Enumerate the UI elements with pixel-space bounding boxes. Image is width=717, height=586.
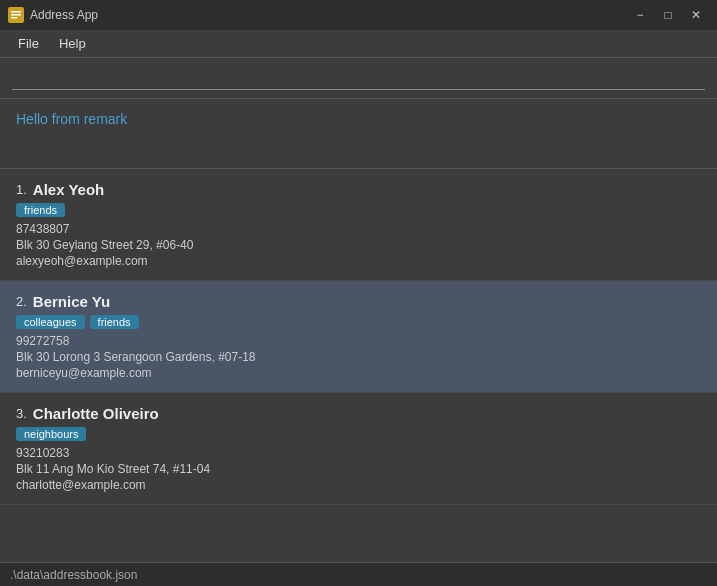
svg-rect-3	[11, 17, 17, 19]
close-button[interactable]: ✕	[683, 5, 709, 25]
contact-phone: 93210283	[16, 446, 701, 460]
contact-email: charlotte@example.com	[16, 478, 701, 492]
contact-email: alexyeoh@example.com	[16, 254, 701, 268]
status-bar: .\data\addressbook.json	[0, 562, 717, 586]
search-area	[0, 58, 717, 99]
contact-name: Bernice Yu	[33, 293, 110, 310]
app-title: Address App	[30, 8, 627, 22]
tags-row: neighbours	[16, 427, 701, 441]
contact-item[interactable]: 3.Charlotte Oliveironeighbours93210283Bl…	[0, 393, 717, 505]
tag-friends[interactable]: friends	[90, 315, 139, 329]
maximize-button[interactable]: □	[655, 5, 681, 25]
tags-row: friends	[16, 203, 701, 217]
contact-item[interactable]: 1.Alex Yeohfriends87438807Blk 30 Geylang…	[0, 169, 717, 281]
contact-email: berniceyu@example.com	[16, 366, 701, 380]
contact-phone: 99272758	[16, 334, 701, 348]
contact-number: 2.	[16, 294, 27, 309]
menu-help[interactable]: Help	[49, 32, 96, 55]
remark-area: Hello from remark	[0, 99, 717, 169]
search-input[interactable]	[12, 66, 705, 90]
window-controls: − □ ✕	[627, 5, 709, 25]
contact-number: 3.	[16, 406, 27, 421]
contact-name: Charlotte Oliveiro	[33, 405, 159, 422]
contact-phone: 87438807	[16, 222, 701, 236]
contact-item[interactable]: 2.Bernice Yucolleaguesfriends99272758Blk…	[0, 281, 717, 393]
tag-colleagues[interactable]: colleagues	[16, 315, 85, 329]
app-icon	[8, 7, 24, 23]
contact-name-row: 1.Alex Yeoh	[16, 181, 701, 198]
tag-neighbours[interactable]: neighbours	[16, 427, 86, 441]
contact-name-row: 3.Charlotte Oliveiro	[16, 405, 701, 422]
contact-number: 1.	[16, 182, 27, 197]
contact-list: 1.Alex Yeohfriends87438807Blk 30 Geylang…	[0, 169, 717, 562]
tag-friends[interactable]: friends	[16, 203, 65, 217]
svg-rect-2	[11, 14, 21, 16]
svg-rect-1	[11, 11, 21, 13]
contact-address: Blk 30 Geylang Street 29, #06-40	[16, 238, 701, 252]
title-bar: Address App − □ ✕	[0, 0, 717, 30]
contact-address: Blk 11 Ang Mo Kio Street 74, #11-04	[16, 462, 701, 476]
menu-file[interactable]: File	[8, 32, 49, 55]
contact-name-row: 2.Bernice Yu	[16, 293, 701, 310]
remark-text: Hello from remark	[16, 111, 127, 127]
tags-row: colleaguesfriends	[16, 315, 701, 329]
contact-address: Blk 30 Lorong 3 Serangoon Gardens, #07-1…	[16, 350, 701, 364]
contact-name: Alex Yeoh	[33, 181, 104, 198]
menu-bar: File Help	[0, 30, 717, 58]
status-text: .\data\addressbook.json	[10, 568, 137, 582]
minimize-button[interactable]: −	[627, 5, 653, 25]
